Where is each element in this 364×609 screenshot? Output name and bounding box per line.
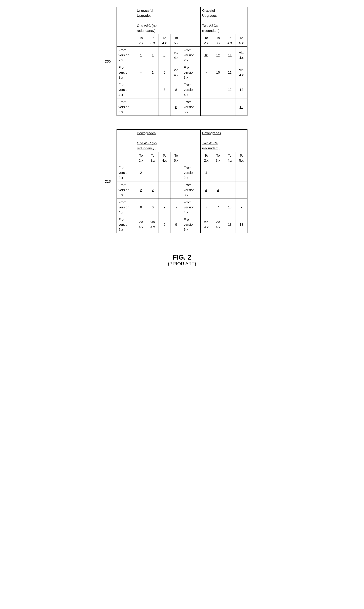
col-to-3x-d2: To3.x [212,152,224,164]
u2-2x-2x: 10 [200,47,212,64]
u1-4x-5x: 8 [170,81,182,98]
d1-3x-5x: - [170,181,182,199]
d2-5x-2x: via4.x [200,216,212,233]
graceful-title: GracefulUpgrades [202,9,217,17]
from-5x-graceful: Fromversion5.x [182,98,200,116]
d2-3x-4x: - [224,181,235,199]
from-2x-upgrades: Fromversion2.x [117,47,135,64]
middle-empty-d [182,129,200,164]
d1-3x-4x: - [158,181,170,199]
d2-5x-5x: 13 [235,216,247,233]
col-to-3x-u1: To3.x [147,34,158,47]
figure-caption: FIG. 2 (PRIOR ART) [168,253,196,266]
u1-3x-5x: via4.x [170,64,182,81]
d1-2x-5x: - [170,164,182,181]
d1-5x-5x: 9 [170,216,182,233]
u2-5x-3x: - [212,98,224,116]
d2-5x-4x: 13 [224,216,235,233]
upgrades-table: UngracefulUpgrades One ASC (noredundancy… [117,7,247,116]
d1-4x-2x: 6 [135,199,147,216]
d2-2x-4x: - [224,164,235,181]
u2-5x-2x: - [200,98,212,116]
from-4x-downgrades-r: Fromversion4.x [182,199,200,216]
one-asc-title-d: One ASC (noredundancy) [137,141,157,150]
u1-2x-5x: via4.x [170,47,182,64]
u1-2x-3x: 1 [147,47,158,64]
col-to-5x-u2: To5.x [235,34,247,47]
d1-2x-3x: - [147,164,158,181]
u2-5x-5x: 12 [235,98,247,116]
u1-4x-3x: - [147,81,158,98]
d1-2x-4x: - [158,164,170,181]
d1-4x-4x: 9 [158,199,170,216]
u2-3x-5x: via4.x [235,64,247,81]
col-to-2x-d1: To2.x [135,152,147,164]
d2-5x-3x: via4.x [212,216,224,233]
u2-5x-4x: - [224,98,235,116]
col-to-2x-u1: To2.x [135,34,147,47]
d2-4x-2x: 7 [200,199,212,216]
d2-3x-2x: 4 [200,181,212,199]
downgrades-section: 210 Downgrades One ASC (noredundancy) Do… [117,129,247,233]
d1-4x-5x: - [170,199,182,216]
d2-3x-5x: - [235,181,247,199]
u2-4x-3x: - [212,81,224,98]
label-205: 205 [105,59,111,64]
u1-5x-2x: - [135,98,147,116]
downgrades-table: Downgrades One ASC (noredundancy) Downgr… [117,129,247,233]
d2-2x-5x: - [235,164,247,181]
u1-4x-4x: 8 [158,81,170,98]
col-to-4x-u2: To4.x [224,34,235,47]
col-to-4x-d2: To4.x [224,152,235,164]
label-210: 210 [105,179,111,184]
d1-5x-3x: via4.x [147,216,158,233]
top-left-empty-d [117,129,135,164]
u2-3x-3x: 10 [212,64,224,81]
u1-5x-4x: - [158,98,170,116]
from-2x-downgrades-r: Fromversion2.x [182,164,200,181]
u2-4x-2x: - [200,81,212,98]
from-2x-downgrades: Fromversion2.x [117,164,135,181]
top-left-empty [117,7,135,47]
d2-4x-4x: 13 [224,199,235,216]
one-asc-title: One ASC (noredundancy) [137,24,157,32]
from-3x-downgrades: Fromversion3.x [117,181,135,199]
col-to-2x-u2: To2.x [200,34,212,47]
upgrades-section: 205 UngracefulUpgrades One ASC (noredund… [117,7,247,116]
u2-2x-5x: via4.x [235,47,247,64]
downgrades-right-header: Downgrades Two ASCs(redundant) [200,129,247,152]
u2-3x-4x: 11 [224,64,235,81]
d1-5x-4x: 9 [158,216,170,233]
from-3x-downgrades-r: Fromversion3.x [182,181,200,199]
downgrades-left-header: Downgrades One ASC (noredundancy) [135,129,182,152]
d2-4x-3x: 7 [212,199,224,216]
fig-number: FIG. 2 [168,253,196,261]
d2-3x-3x: 4 [212,181,224,199]
from-3x-upgrades: Fromversion3.x [117,64,135,81]
downgrades-title-2: Downgrades [202,131,221,135]
d1-5x-2x: via4.x [135,216,147,233]
d1-4x-3x: 6 [147,199,158,216]
u2-4x-4x: 12 [224,81,235,98]
diagram-container: 205 UngracefulUpgrades One ASC (noredund… [3,7,361,266]
u2-4x-5x: 12 [235,81,247,98]
from-2x-graceful: Fromversion2.x [182,47,200,64]
u1-2x-2x: 1 [135,47,147,64]
col-to-2x-d2: To2.x [200,152,212,164]
col-to-4x-d1: To4.x [158,152,170,164]
u1-4x-2x: - [135,81,147,98]
d1-3x-3x: 2 [147,181,158,199]
u2-3x-2x: - [200,64,212,81]
from-4x-upgrades: Fromversion4.x [117,81,135,98]
two-ascs-title: Two ASCs(redundant) [202,24,220,32]
from-5x-upgrades: Fromversion5.x [117,98,135,116]
d2-2x-2x: 4 [200,164,212,181]
u1-3x-2x: - [135,64,147,81]
col-to-5x-d2: To5.x [235,152,247,164]
graceful-header: GracefulUpgrades Two ASCs(redundant) [200,7,247,34]
col-to-3x-d1: To3.x [147,152,158,164]
d1-2x-2x: 2 [135,164,147,181]
prior-art-label: (PRIOR ART) [168,261,196,266]
u1-5x-5x: 8 [170,98,182,116]
two-ascs-title-d: Two ASCs(redundant) [202,141,220,150]
